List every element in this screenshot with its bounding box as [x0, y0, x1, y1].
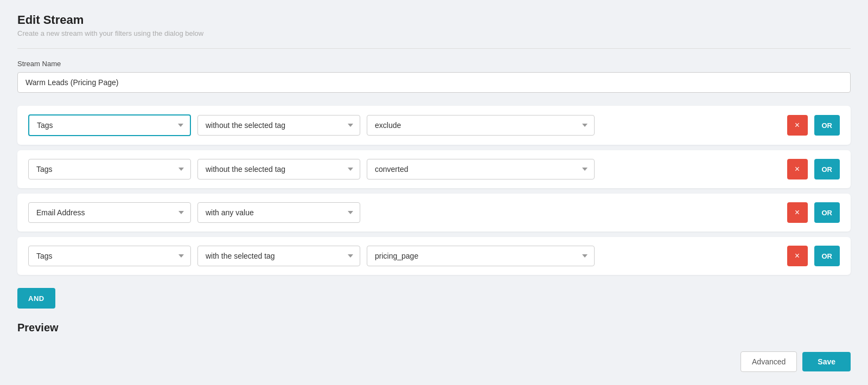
delete-icon-3: ×: [795, 208, 800, 217]
preview-title: Preview: [17, 322, 851, 334]
filter-3-condition-select[interactable]: with any value is empty contains: [197, 202, 360, 223]
save-button[interactable]: Save: [802, 352, 851, 371]
filter-group-4: Tags Email Address First Name Last Name …: [17, 237, 851, 275]
and-button[interactable]: AND: [17, 288, 55, 309]
filter-row-4: Tags Email Address First Name Last Name …: [28, 246, 840, 266]
filter-2-or-button[interactable]: OR: [814, 159, 840, 179]
filter-1-value-select[interactable]: exclude converted pricing_page: [367, 115, 595, 136]
delete-icon-4: ×: [795, 252, 800, 260]
filter-row-1: Tags Email Address First Name Last Name …: [28, 114, 840, 136]
filter-row-3: Email Address Tags First Name Last Name …: [28, 202, 840, 223]
page-header: Edit Stream Create a new stream with you…: [17, 13, 851, 37]
stream-name-input[interactable]: [17, 72, 851, 93]
filter-3-delete-button[interactable]: ×: [787, 202, 808, 223]
filter-4-condition-select[interactable]: with the selected tag without the select…: [197, 246, 360, 266]
filter-3-field-select[interactable]: Email Address Tags First Name Last Name: [28, 202, 191, 223]
filter-2-value-select[interactable]: converted exclude pricing_page: [367, 159, 595, 179]
filter-2-condition-select[interactable]: without the selected tag with the select…: [197, 159, 360, 179]
delete-icon-1: ×: [795, 121, 800, 130]
filter-row-2: Tags Email Address First Name Last Name …: [28, 159, 840, 179]
stream-name-label: Stream Name: [17, 60, 851, 68]
filter-group-3: Email Address Tags First Name Last Name …: [17, 194, 851, 232]
page-container: Edit Stream Create a new stream with you…: [0, 0, 868, 385]
filter-1-or-button[interactable]: OR: [814, 115, 840, 136]
page-title: Edit Stream: [17, 13, 851, 27]
filter-4-field-select[interactable]: Tags Email Address First Name Last Name: [28, 246, 191, 266]
delete-icon-2: ×: [795, 165, 800, 174]
filter-2-field-select[interactable]: Tags Email Address First Name Last Name: [28, 159, 191, 179]
footer-actions: Advanced Save: [741, 351, 851, 372]
filter-2-delete-button[interactable]: ×: [787, 159, 808, 179]
filter-4-delete-button[interactable]: ×: [787, 246, 808, 266]
filter-group-2: Tags Email Address First Name Last Name …: [17, 150, 851, 188]
filter-group-1: Tags Email Address First Name Last Name …: [17, 106, 851, 145]
filter-1-field-select[interactable]: Tags Email Address First Name Last Name: [28, 114, 191, 136]
filter-3-or-button[interactable]: OR: [814, 202, 840, 223]
filter-4-or-button[interactable]: OR: [814, 246, 840, 266]
stream-name-section: Stream Name: [17, 60, 851, 93]
filter-4-value-select[interactable]: pricing_page exclude converted: [367, 246, 595, 266]
filter-1-delete-button[interactable]: ×: [787, 115, 808, 136]
filters-section: Tags Email Address First Name Last Name …: [17, 106, 851, 309]
advanced-button[interactable]: Advanced: [741, 351, 797, 372]
header-divider: [17, 48, 851, 49]
filter-1-condition-select[interactable]: without the selected tag with the select…: [197, 115, 360, 136]
preview-section: Preview: [17, 322, 851, 334]
page-subtitle: Create a new stream with your filters us…: [17, 29, 851, 37]
